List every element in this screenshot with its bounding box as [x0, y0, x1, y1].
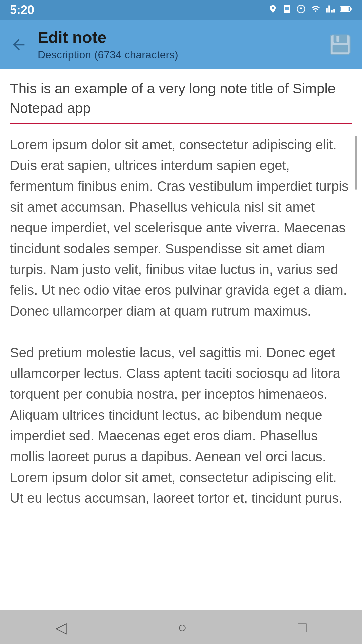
- note-body-area: [10, 134, 352, 600]
- location-icon: [268, 4, 278, 16]
- svg-rect-9: [333, 45, 348, 52]
- svg-rect-7: [334, 35, 347, 42]
- nav-recent-icon: □: [298, 619, 307, 636]
- status-bar: 5:20: [0, 0, 362, 20]
- svg-rect-5: [341, 7, 349, 11]
- back-button[interactable]: [7, 33, 31, 57]
- battery-icon: [340, 4, 352, 16]
- nav-home-button[interactable]: ○: [164, 614, 200, 641]
- wifi-icon: [310, 4, 321, 16]
- app-bar: Edit note Description (6734 characters): [0, 20, 362, 69]
- svg-rect-4: [350, 8, 352, 10]
- status-icons: [268, 4, 352, 16]
- note-title-area: [10, 79, 352, 124]
- svg-rect-1: [285, 7, 289, 10]
- note-body-input[interactable]: [10, 134, 352, 600]
- nav-bar: ◁ ○ □: [0, 610, 362, 644]
- content-area[interactable]: [0, 69, 362, 610]
- svg-rect-8: [336, 36, 339, 42]
- nav-recent-button[interactable]: □: [284, 614, 320, 641]
- nav-back-button[interactable]: ◁: [42, 614, 80, 641]
- app-bar-title: Edit note Description (6734 characters): [38, 28, 325, 61]
- nav-home-icon: ○: [178, 619, 187, 636]
- status-time: 5:20: [10, 3, 34, 17]
- note-title-input[interactable]: [10, 79, 352, 118]
- signal-icon: [326, 4, 335, 16]
- nav-back-icon: ◁: [55, 619, 67, 636]
- page-subtitle: Description (6734 characters): [38, 49, 325, 61]
- page-title: Edit note: [38, 28, 325, 47]
- sim-icon: [282, 4, 292, 16]
- app-icon: [296, 4, 306, 16]
- save-button[interactable]: [325, 30, 355, 60]
